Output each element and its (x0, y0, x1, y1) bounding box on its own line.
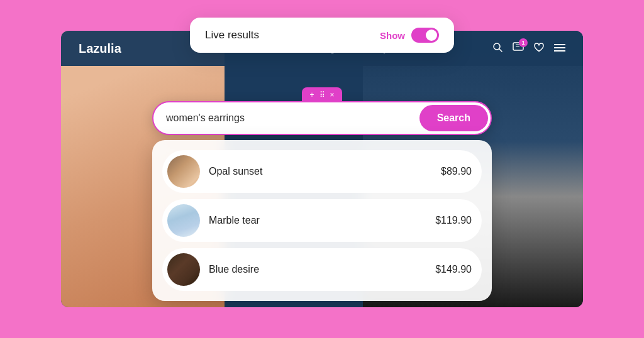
search-icon[interactable] (492, 42, 502, 55)
menu-icon[interactable] (554, 43, 565, 54)
move-toolbar-icon[interactable]: ⠿ (319, 90, 325, 99)
live-results-card: Live results Show (190, 18, 454, 53)
result-image-1 (167, 155, 200, 188)
results-dropdown: Opal sunset $89.90 Marble tear $119.90 B… (152, 140, 492, 301)
cart-badge: 1 (519, 38, 528, 47)
app-frame: Lazulia Products Designers Story (61, 31, 583, 307)
result-item-3[interactable]: Blue desire $149.90 (162, 248, 482, 291)
result-item-1[interactable]: Opal sunset $89.90 (162, 150, 482, 193)
result-name-2: Marble tear (209, 215, 426, 226)
result-name-1: Opal sunset (209, 166, 432, 177)
toggle-thumb (426, 30, 437, 41)
search-toolbar-pill: + ⠿ × (302, 87, 341, 102)
opal-thumbnail (167, 155, 200, 188)
show-label: Show (380, 30, 405, 41)
search-toolbar: + ⠿ × (152, 87, 492, 102)
result-image-2 (167, 204, 200, 237)
search-button[interactable]: Search (419, 105, 488, 131)
add-toolbar-icon[interactable]: + (309, 90, 314, 99)
result-item-2[interactable]: Marble tear $119.90 (162, 199, 482, 242)
show-toggle-container: Show (380, 28, 439, 43)
result-price-3: $149.90 (435, 264, 472, 275)
result-price-1: $89.90 (441, 166, 472, 177)
blue-thumbnail (167, 253, 200, 286)
live-results-toggle[interactable] (411, 28, 439, 43)
marble-thumbnail (167, 204, 200, 237)
search-input[interactable] (153, 104, 417, 133)
wishlist-icon[interactable] (534, 43, 544, 55)
live-results-label: Live results (205, 29, 259, 41)
cart-icon[interactable]: 1 (513, 42, 524, 55)
logo: Lazulia (79, 41, 121, 56)
svg-line-1 (499, 49, 502, 52)
nav-icons: 1 (492, 42, 565, 55)
search-row: Search (152, 101, 492, 135)
search-widget: + ⠿ × Search Opal sunset $89.90 (152, 87, 492, 301)
result-price-2: $119.90 (435, 215, 472, 226)
result-image-3 (167, 253, 200, 286)
close-toolbar-icon[interactable]: × (330, 90, 335, 99)
outer-frame: Live results Show Lazulia Products Desig… (0, 0, 644, 338)
result-name-3: Blue desire (209, 264, 426, 275)
